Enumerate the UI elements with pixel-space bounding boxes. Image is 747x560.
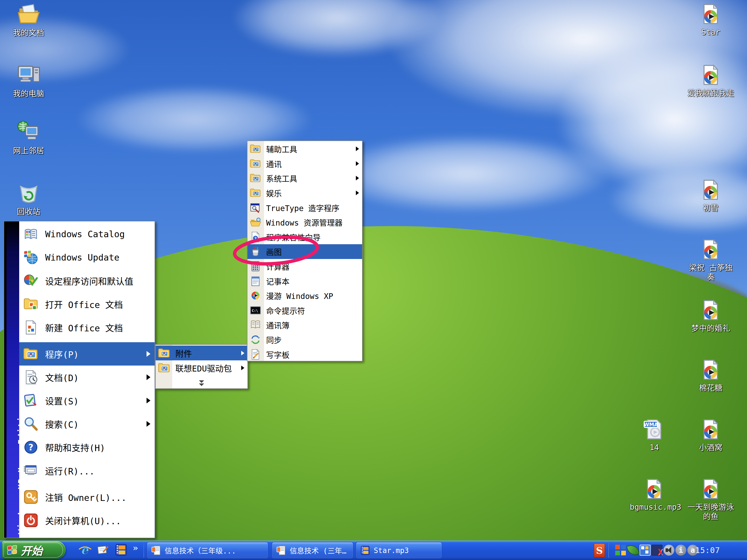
desktop-icon-label: 14	[649, 443, 659, 452]
menu-item-label: 联想EDU驱动包	[175, 362, 232, 374]
accessories-item-system-tools[interactable]: 系统工具	[248, 171, 362, 186]
document-icon	[151, 545, 161, 556]
desktop-icon-liangzhu[interactable]: 梁祝 古筝独奏	[686, 238, 735, 282]
task-button-label: 信息技术（三年级...	[165, 545, 236, 556]
accessories-item-calculator[interactable]: 计算器	[248, 259, 362, 274]
start-menu-item-shut-down[interactable]: 关闭计算机(U)...	[19, 509, 155, 532]
explorer-folder-icon	[250, 216, 261, 228]
start-menu-item-new-office-document[interactable]: 新建 Office 文档	[19, 316, 155, 339]
programs-submenu-item-accessories[interactable]: 附件	[156, 346, 248, 361]
accessories-item-entertainment[interactable]: 娱乐	[248, 186, 362, 201]
shutdown-power-icon	[23, 512, 39, 528]
start-menu-item-documents[interactable]: 文档(D)	[19, 366, 155, 389]
tray-color-grid-icon[interactable]	[615, 545, 626, 556]
start-button[interactable]: 开始	[2, 541, 66, 559]
desktop-icon-chuxue[interactable]: 初雪	[686, 178, 735, 213]
submenu-arrow-icon	[241, 351, 244, 355]
tray-offline-files-icon[interactable]	[651, 545, 663, 556]
start-menu-item-windows-catalog[interactable]: Windows Catalog	[19, 222, 155, 246]
taskbar: 开始 » 信息技术（三年级... 信息技术 (三年级上) Star.mp3 S	[0, 540, 747, 560]
quick-launch-show-desktop[interactable]	[96, 543, 110, 557]
desktop-icon-mianhuatang[interactable]: 棉花糖	[686, 358, 735, 393]
internet-explorer-icon	[78, 543, 92, 557]
media-player-icon	[360, 545, 371, 556]
accessories-item-paint[interactable]: 画图	[248, 244, 362, 259]
desktop-icon-label: Star	[701, 27, 720, 37]
desktop-icon-14-wma[interactable]: 14	[629, 418, 679, 452]
accessories-item-accessibility[interactable]: 辅助工具	[248, 141, 362, 156]
accessories-item-tour-windows-xp[interactable]: 漫游 Windows XP	[248, 288, 362, 303]
cloud	[324, 135, 610, 213]
program-access-defaults-icon	[23, 273, 39, 289]
accessories-item-windows-explorer[interactable]: Windows 资源管理器	[248, 215, 362, 230]
start-menu-item-program-access-defaults[interactable]: 设定程序访问和默认值	[19, 269, 155, 292]
desktop-icon-label: 小酒窝	[699, 443, 722, 452]
tray-volume-icon[interactable]	[664, 545, 674, 556]
accessories-item-command-prompt[interactable]: 命令提示符	[248, 303, 362, 318]
accessories-item-communications[interactable]: 通讯	[248, 156, 362, 171]
accessories-item-wordpad[interactable]: 写字板	[248, 347, 362, 362]
desktop-icon-my-documents[interactable]: 我的文档	[4, 1, 53, 37]
task-button-doc2[interactable]: 信息技术 (三年级上)	[272, 542, 353, 559]
desktop-icon-bgmusic[interactable]: bgmusic.mp3	[629, 478, 679, 512]
media-file-icon	[699, 63, 722, 86]
submenu-arrow-icon	[356, 176, 359, 181]
tray-input-method-panel-icon[interactable]	[640, 545, 650, 556]
my-documents-icon	[16, 1, 41, 26]
start-menu-item-windows-update[interactable]: Windows Update	[19, 246, 155, 269]
desktop-icon-my-computer[interactable]: 我的电脑	[4, 62, 53, 98]
media-file-icon	[699, 178, 722, 201]
paint-cup-icon	[250, 245, 261, 258]
address-book-icon	[250, 319, 261, 331]
quick-launch-internet-explorer[interactable]	[78, 543, 92, 557]
start-menu-item-settings[interactable]: 设置(S)	[19, 389, 155, 412]
desktop-icon-yitian[interactable]: 一天到晚游泳的鱼	[686, 478, 735, 521]
accessories-item-notepad[interactable]: 记事本	[248, 273, 362, 288]
desktop-icon-star[interactable]: Star	[686, 3, 735, 37]
desktop-icon-recycle-bin[interactable]: 回收站	[4, 180, 53, 216]
taskbar-divider	[143, 543, 144, 558]
tray-leaf-utility-icon[interactable]	[626, 543, 640, 557]
start-menu-item-search[interactable]: 搜索(C)	[19, 412, 155, 435]
accessories-item-truetype[interactable]: TrueType 造字程序	[248, 200, 362, 215]
desktop-icon-network-places[interactable]: 网上邻居	[4, 119, 53, 155]
start-menu-item-run[interactable]: 运行(R)...	[19, 459, 155, 482]
accessories-item-compatibility-wizard[interactable]: 程序兼容性向导	[248, 230, 362, 244]
start-menu-item-open-office-document[interactable]: 打开 Office 文档	[19, 292, 155, 316]
start-menu-item-programs[interactable]: 程序(P)	[19, 342, 155, 366]
programs-folder-icon	[23, 346, 39, 362]
menu-item-label: 新建 Office 文档	[45, 321, 123, 334]
logoff-key-icon	[23, 489, 39, 505]
menu-item-label: 娱乐	[266, 187, 282, 198]
new-office-document-icon	[23, 319, 39, 336]
programs-submenu-item-lenovo-edu[interactable]: 联想EDU驱动包	[156, 361, 248, 375]
media-file-icon	[699, 238, 722, 261]
tray-s-app-badge[interactable]: S	[594, 543, 605, 557]
start-menu-item-help-support[interactable]: 帮助和支持(H)	[19, 435, 155, 459]
menu-item-label: 附件	[175, 347, 192, 359]
accessories-item-address-book[interactable]: 通讯簿	[248, 318, 362, 332]
task-button-star-mp3[interactable]: Star.mp3	[356, 542, 442, 559]
desktop-icon-aiwo[interactable]: 爱我就跟我走	[686, 63, 735, 98]
taskbar-clock[interactable]: 15:07	[695, 540, 720, 560]
desktop-icon-mengzhong[interactable]: 梦中的婚礼	[686, 299, 735, 333]
task-button-doc1[interactable]: 信息技术（三年级...	[147, 542, 268, 559]
chevron-down-icon	[199, 380, 204, 383]
submenu-arrow-icon	[241, 366, 244, 370]
submenu-arrow-icon	[147, 421, 150, 427]
desktop-icon-label: 棉花糖	[699, 383, 722, 393]
desktop-icon-label: 我的电脑	[13, 89, 44, 98]
accessories-item-synchronize[interactable]: 同步	[248, 332, 362, 347]
tray-divider	[608, 543, 609, 558]
submenu-arrow-icon	[147, 351, 150, 357]
programs-submenu: 附件 联想EDU驱动包	[155, 344, 248, 389]
tray-info-circle-icon[interactable]: i	[675, 545, 686, 556]
quick-launch-more-chevron[interactable]: »	[133, 543, 138, 553]
start-menu-banner: Windows XP Home Edition	[4, 221, 19, 538]
quick-launch-media-player[interactable]	[114, 543, 128, 557]
media-file-icon	[699, 3, 722, 25]
menu-item-label: 程序兼容性向导	[266, 231, 320, 243]
desktop-icon-xiaojiuwo[interactable]: 小酒窝	[686, 418, 735, 452]
programs-submenu-expand[interactable]	[156, 375, 248, 388]
start-menu-item-log-off[interactable]: 注销 Owner(L)...	[19, 485, 155, 509]
